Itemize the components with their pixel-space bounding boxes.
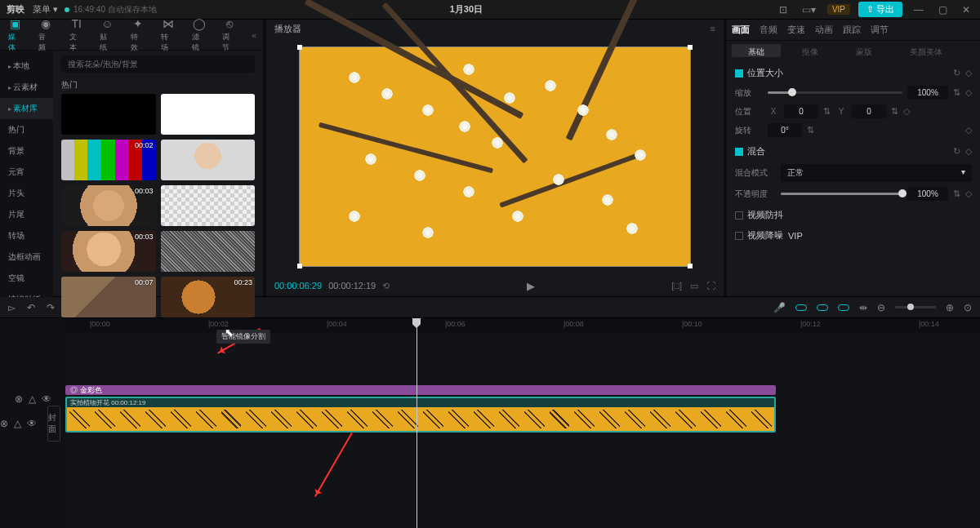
media-thumb[interactable]: 00:03 (61, 231, 156, 272)
media-thumb[interactable] (161, 231, 256, 272)
pos-keyframe-icon[interactable]: ◇ (903, 106, 910, 117)
pos-y-input[interactable] (852, 104, 886, 118)
layout-icon[interactable]: ▭▾ (799, 4, 819, 16)
undo-icon[interactable]: ↶ (27, 302, 35, 313)
fullscreen-icon[interactable]: ⛶ (706, 281, 715, 291)
sidebar-item-转场[interactable]: 转场 (0, 225, 53, 246)
sidebar-item-片尾[interactable]: 片尾 (0, 204, 53, 225)
media-thumb[interactable] (161, 140, 256, 180)
blend-checkbox[interactable] (735, 148, 743, 156)
ratio-icon[interactable]: [□] (671, 281, 682, 291)
props-tab-音频[interactable]: 音频 (760, 24, 777, 36)
filter-eye-icon[interactable]: 👁 (42, 393, 51, 405)
props-tab-调节[interactable]: 调节 (871, 24, 889, 36)
blend-keyframe-icon[interactable]: ◇ (965, 146, 972, 157)
props-subtab-蒙版[interactable]: 蒙版 (840, 44, 889, 57)
props-tab-动画[interactable]: 动画 (815, 24, 833, 36)
media-tab-音频[interactable]: ◉音频 (37, 16, 54, 55)
media-tab-特效[interactable]: ✦特效 (129, 16, 146, 55)
cover-button[interactable]: 封面 (47, 406, 60, 441)
sidebar-item-片头[interactable]: 片头 (0, 183, 53, 204)
opacity-input[interactable] (907, 187, 948, 201)
position-checkbox[interactable] (735, 69, 743, 78)
align-icon[interactable]: ⇹ (859, 302, 867, 313)
media-thumb[interactable] (61, 94, 156, 135)
minimize-button[interactable]: — (911, 4, 927, 16)
props-subtab-基础[interactable]: 基础 (732, 44, 781, 57)
filter-lock-icon[interactable]: ⊗ (15, 393, 23, 405)
collapse-icon[interactable]: « (252, 30, 256, 40)
pos-x-input[interactable] (784, 104, 818, 118)
resolution-icon[interactable]: ▭ (690, 281, 698, 291)
media-tab-贴纸[interactable]: ☺贴纸 (98, 16, 115, 55)
opacity-slider[interactable] (781, 193, 902, 195)
vip-badge[interactable]: VIP (827, 4, 850, 15)
media-thumb[interactable]: 00:23 (161, 277, 256, 317)
main-menu[interactable]: 菜单 ▾ (33, 3, 58, 16)
playhead[interactable] (416, 318, 417, 528)
search-input[interactable] (61, 55, 255, 73)
zoom-out-icon[interactable]: ⊖ (877, 302, 885, 313)
blend-reset-icon[interactable]: ↻ (953, 146, 960, 157)
select-tool-icon[interactable]: ▻ (8, 302, 16, 313)
blend-mode-select[interactable]: 正常▾ (781, 164, 972, 182)
media-thumb[interactable] (161, 94, 256, 135)
player-canvas[interactable] (266, 38, 724, 275)
sidebar-item-边框动画[interactable]: 边框动画 (0, 246, 53, 268)
filter-track-clip[interactable]: ◎ 金彩色 (65, 385, 776, 395)
rotate-keyframe-icon[interactable]: ◇ (965, 125, 972, 135)
media-tab-滤镜[interactable]: ◯滤镜 (190, 16, 207, 55)
denoise-checkbox[interactable] (735, 232, 743, 240)
scale-slider[interactable] (768, 91, 902, 94)
sidebar-item-素材库[interactable]: 素材库 (0, 98, 53, 119)
close-button[interactable]: ✕ (959, 4, 973, 16)
scale-input[interactable] (907, 86, 948, 100)
rotate-input[interactable] (768, 123, 802, 137)
scale-keyframe-icon[interactable]: ◇ (965, 87, 972, 98)
filter-hide-icon[interactable]: △ (29, 393, 36, 405)
magnet-on-icon[interactable] (795, 304, 807, 311)
sidebar-item-空镜[interactable]: 空镜 (0, 268, 53, 289)
zoom-in-icon[interactable]: ⊕ (946, 302, 954, 313)
mic-icon[interactable]: 🎤 (773, 302, 786, 313)
props-subtab-抠像[interactable]: 抠像 (786, 44, 835, 57)
loop-icon[interactable]: ⟲ (382, 281, 390, 291)
reset-icon[interactable]: ↻ (953, 68, 960, 78)
media-thumb[interactable]: 00:07 (61, 277, 156, 317)
props-subtab-美颜美体[interactable]: 美颜美体 (893, 44, 959, 57)
video-lock-icon[interactable]: ⊗ (0, 418, 8, 429)
sidebar-item-云素材[interactable]: 云素材 (0, 77, 53, 98)
sidebar-item-热门[interactable]: 热门 (0, 119, 53, 140)
media-thumb[interactable]: 00:03 (61, 185, 156, 226)
media-tab-调节[interactable]: ⎋调节 (220, 16, 238, 55)
preview-icon[interactable] (838, 304, 849, 311)
zoom-fit-icon[interactable]: ⊙ (964, 302, 972, 313)
sidebar-item-本地[interactable]: 本地 (0, 55, 53, 77)
link-icon[interactable] (817, 304, 828, 311)
props-tab-画面[interactable]: 画面 (732, 24, 750, 36)
video-track-clip[interactable]: 实拍植物开花 00:00:12:19 (65, 397, 776, 433)
sidebar-item-元宵[interactable]: 元宵 (0, 162, 53, 183)
media-thumb[interactable]: 00:02 (61, 140, 156, 180)
props-tab-变速[interactable]: 变速 (787, 24, 805, 36)
keyframe-icon[interactable]: ◇ (965, 68, 972, 78)
opacity-keyframe-icon[interactable]: ◇ (965, 189, 972, 199)
export-button[interactable]: ⇧导出 (858, 2, 902, 17)
media-tab-转场[interactable]: ⋈转场 (159, 16, 176, 55)
play-button[interactable]: ▶ (527, 280, 535, 292)
media-tab-媒体[interactable]: ▣媒体 (7, 16, 24, 55)
video-eye-icon[interactable]: 👁 (27, 418, 37, 429)
media-tab-文本[interactable]: TI文本 (68, 16, 85, 55)
shortcut-icon[interactable]: ⊡ (776, 4, 791, 16)
video-mute-icon[interactable]: △ (14, 418, 21, 429)
zoom-slider[interactable] (895, 306, 936, 308)
scale-stepper-icon[interactable]: ⇅ (953, 87, 960, 98)
maximize-button[interactable]: ▢ (935, 4, 951, 16)
player-menu-icon[interactable]: ≡ (710, 24, 715, 33)
timeline-tracks[interactable]: |00:00|00:02|00:04|00:06|00:08|00:10|00:… (65, 318, 980, 528)
time-ruler[interactable]: |00:00|00:02|00:04|00:06|00:08|00:10|00:… (65, 318, 980, 333)
video-frame[interactable] (299, 47, 691, 267)
props-tab-跟踪[interactable]: 跟踪 (843, 24, 861, 36)
media-thumb[interactable] (161, 185, 256, 226)
sidebar-item-背景[interactable]: 背景 (0, 140, 53, 162)
